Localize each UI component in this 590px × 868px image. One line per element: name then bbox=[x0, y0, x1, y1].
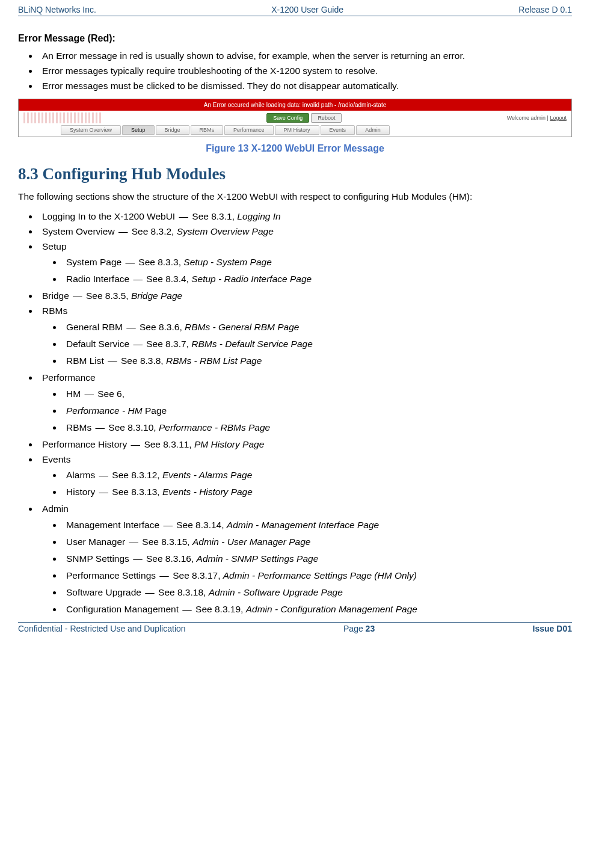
toc-item: Alarms — See 8.3.12, Events - Alarms Pag… bbox=[63, 469, 572, 482]
error-bullet-list: An Error message in red is usually shown… bbox=[38, 50, 572, 93]
toc-item: Performance - HM Page bbox=[63, 405, 572, 417]
toc-sublist: System Page — See 8.3.3, Setup - System … bbox=[63, 256, 572, 286]
toc-sublist: Management Interface — See 8.3.14, Admin… bbox=[63, 519, 572, 616]
welcome-prefix: Welcome admin | bbox=[507, 115, 549, 121]
toc-list: Logging In to the X-1200 WebUI — See 8.3… bbox=[38, 211, 572, 616]
error-banner: An Error occured while loading data: inv… bbox=[19, 99, 571, 111]
toc-item: HM — See 6, bbox=[63, 388, 572, 401]
header-right: Release D 0.1 bbox=[518, 5, 572, 14]
nav-tab[interactable]: System Overview bbox=[61, 125, 121, 135]
reboot-button[interactable]: Reboot bbox=[311, 113, 342, 123]
save-config-button[interactable]: Save Config bbox=[266, 113, 309, 123]
toc-item: Bridge — See 8.3.5, Bridge Page bbox=[38, 290, 572, 303]
nav-tab[interactable]: Events bbox=[321, 125, 355, 135]
nav-tabs: System OverviewSetupBridgeRBMsPerformanc… bbox=[19, 125, 571, 137]
toc-item: SetupSystem Page — See 8.3.3, Setup - Sy… bbox=[38, 241, 572, 286]
list-item: An Error message in red is usually shown… bbox=[38, 50, 572, 63]
footer-page-prefix: Page bbox=[343, 624, 366, 633]
list-item: Error messages typically require trouble… bbox=[38, 65, 572, 78]
header-rule bbox=[18, 16, 572, 16]
welcome-text: Welcome admin | Logout bbox=[507, 115, 567, 121]
toc-item: History — See 8.3.13, Events - History P… bbox=[63, 486, 572, 499]
toc-item: Logging In to the X-1200 WebUI — See 8.3… bbox=[38, 211, 572, 223]
toc-item: Management Interface — See 8.3.14, Admin… bbox=[63, 519, 572, 532]
toc-item: User Manager — See 8.3.15, Admin - User … bbox=[63, 536, 572, 549]
header-left: BLiNQ Networks Inc. bbox=[18, 5, 96, 14]
figure-caption: Figure 13 X-1200 WebUI Error Message bbox=[18, 143, 572, 154]
nav-tab[interactable]: PM History bbox=[275, 125, 319, 135]
toc-item: Default Service — See 8.3.7, RBMs - Defa… bbox=[63, 338, 572, 351]
toc-item: System Page — See 8.3.3, Setup - System … bbox=[63, 256, 572, 269]
webui-error-screenshot: An Error occured while loading data: inv… bbox=[18, 99, 572, 137]
nav-tab[interactable]: Admin bbox=[356, 125, 390, 135]
toc-item: General RBM — See 8.3.6, RBMs - General … bbox=[63, 321, 572, 334]
toc-sublist: HM — See 6,Performance - HM PageRBMs — S… bbox=[63, 388, 572, 434]
logout-link[interactable]: Logout bbox=[550, 115, 567, 121]
toc-item: EventsAlarms — See 8.3.12, Events - Alar… bbox=[38, 454, 572, 499]
toc-item: Radio Interface — See 8.3.4, Setup - Rad… bbox=[63, 273, 572, 286]
nav-tab[interactable]: Performance bbox=[224, 125, 274, 135]
toc-item: RBMs — See 8.3.10, Performance - RBMs Pa… bbox=[63, 422, 572, 434]
toc-item: PerformanceHM — See 6,Performance - HM P… bbox=[38, 372, 572, 434]
list-item: Error messages must be clicked to be dis… bbox=[38, 80, 572, 93]
toc-sublist: General RBM — See 8.3.6, RBMs - General … bbox=[63, 321, 572, 368]
nav-tab[interactable]: Bridge bbox=[156, 125, 189, 135]
toc-item: Software Upgrade — See 8.3.18, Admin - S… bbox=[63, 586, 572, 599]
page-header: BLiNQ Networks Inc. X-1200 User Guide Re… bbox=[18, 5, 572, 16]
toc-item: Performance Settings — See 8.3.17, Admin… bbox=[63, 570, 572, 582]
section-heading: 8.3 Configuring Hub Modules bbox=[18, 165, 572, 183]
footer-left: Confidential - Restricted Use and Duplic… bbox=[18, 624, 186, 633]
footer-center: Page 23 bbox=[343, 624, 375, 633]
toc-sublist: Alarms — See 8.3.12, Events - Alarms Pag… bbox=[63, 469, 572, 499]
error-section-title: Error Message (Red): bbox=[18, 33, 572, 44]
page-footer: Confidential - Restricted Use and Duplic… bbox=[18, 623, 572, 633]
toc-item: System Overview — See 8.3.2, System Over… bbox=[38, 226, 572, 238]
header-center: X-1200 User Guide bbox=[271, 5, 343, 14]
footer-page-number: 23 bbox=[366, 624, 375, 633]
toc-item: Configuration Management — See 8.3.19, A… bbox=[63, 603, 572, 616]
toc-item: RBM List — See 8.3.8, RBMs - RBM List Pa… bbox=[63, 355, 572, 368]
footer-right: Issue D01 bbox=[533, 624, 572, 633]
toc-item: SNMP Settings — See 8.3.16, Admin - SNMP… bbox=[63, 553, 572, 565]
nav-tab[interactable]: RBMs bbox=[191, 125, 224, 135]
toc-item: Performance History — See 8.3.11, PM His… bbox=[38, 439, 572, 451]
nav-tab[interactable]: Setup bbox=[122, 125, 155, 135]
logo-placeholder bbox=[23, 112, 102, 123]
toc-item: AdminManagement Interface — See 8.3.14, … bbox=[38, 503, 572, 615]
toc-item: RBMsGeneral RBM — See 8.3.6, RBMs - Gene… bbox=[38, 305, 572, 368]
intro-paragraph: The following sections show the structur… bbox=[18, 191, 572, 203]
